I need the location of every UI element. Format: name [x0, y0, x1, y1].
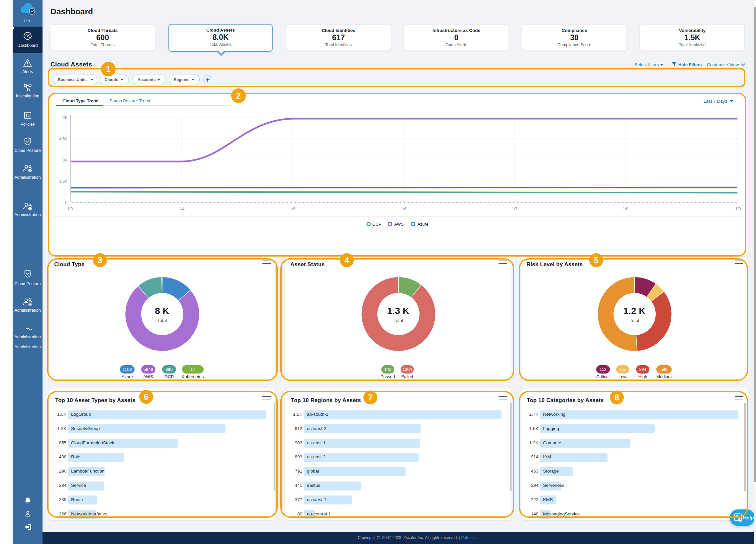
svg-text:?: ?: [739, 518, 741, 522]
